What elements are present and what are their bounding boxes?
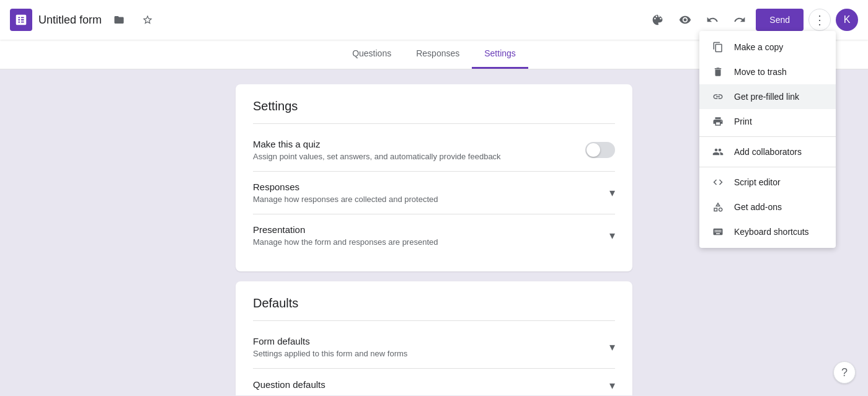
undo-button[interactable]: [701, 9, 724, 31]
quiz-row: Make this a quiz Assign point values, se…: [253, 129, 615, 172]
avatar[interactable]: K: [836, 9, 858, 31]
toggle-thumb: [587, 143, 600, 157]
trash-icon: [712, 66, 724, 78]
menu-script-editor[interactable]: Script editor: [699, 170, 836, 195]
menu-print[interactable]: Print: [699, 109, 836, 134]
menu-move-to-trash[interactable]: Move to trash: [699, 59, 836, 84]
folder-button[interactable]: [108, 9, 130, 31]
get-addons-label: Get add-ons: [734, 202, 782, 212]
responses-desc: Manage how responses are collected and p…: [253, 195, 438, 204]
presentation-row[interactable]: Presentation Manage how the form and res…: [253, 214, 615, 257]
dropdown-menu: Make a copy Move to trash Get pre-filled…: [699, 31, 836, 248]
print-label: Print: [734, 117, 752, 126]
keyboard-shortcuts-label: Keyboard shortcuts: [734, 227, 809, 237]
tab-responses[interactable]: Responses: [404, 40, 472, 69]
defaults-card: Defaults Form defaults Settings applied …: [236, 281, 632, 395]
question-defaults-expand-icon: ▾: [609, 379, 615, 392]
question-defaults-label: Question defaults: [253, 379, 326, 390]
menu-divider-1: [699, 136, 836, 137]
help-button[interactable]: ?: [833, 361, 856, 384]
quiz-label: Make this a quiz: [253, 139, 501, 149]
app-icon: [10, 9, 32, 31]
responses-expand-icon: ▾: [609, 186, 615, 200]
header-left: Untitled form: [10, 9, 647, 31]
script-editor-label: Script editor: [734, 177, 781, 187]
get-prefilled-link-label: Get pre-filled link: [734, 92, 799, 102]
add-collaborators-label: Add collaborators: [734, 147, 802, 157]
form-title: Untitled form: [38, 14, 102, 27]
presentation-text: Presentation Manage how the form and res…: [253, 224, 438, 247]
tab-settings[interactable]: Settings: [472, 40, 528, 69]
menu-divider-2: [699, 167, 836, 167]
more-options-button[interactable]: ⋮: [808, 9, 831, 31]
code-icon: [712, 176, 724, 188]
form-defaults-label: Form defaults: [253, 336, 407, 346]
header-right: Send ⋮ K: [647, 9, 858, 31]
settings-title: Settings: [253, 99, 615, 124]
question-defaults-row[interactable]: Question defaults ▾: [253, 369, 615, 395]
responses-text: Responses Manage how responses are colle…: [253, 182, 438, 204]
quiz-desc: Assign point values, set answers, and au…: [253, 152, 501, 161]
question-defaults-text: Question defaults: [253, 379, 326, 392]
print-icon: [712, 115, 724, 128]
toggle-track[interactable]: [585, 142, 615, 158]
move-to-trash-label: Move to trash: [734, 67, 787, 77]
responses-label: Responses: [253, 182, 438, 192]
form-defaults-expand-icon: ▾: [609, 340, 615, 354]
menu-get-addons[interactable]: Get add-ons: [699, 195, 836, 219]
form-defaults-text: Form defaults Settings applied to this f…: [253, 336, 407, 358]
tab-questions[interactable]: Questions: [340, 40, 404, 69]
menu-make-copy[interactable]: Make a copy: [699, 35, 836, 59]
quiz-toggle[interactable]: [585, 142, 615, 158]
keyboard-icon: [712, 226, 724, 238]
copy-icon: [712, 41, 724, 53]
settings-card: Settings Make this a quiz Assign point v…: [236, 84, 632, 271]
customize-theme-button[interactable]: [647, 9, 669, 31]
presentation-desc: Manage how the form and responses are pr…: [253, 237, 438, 247]
presentation-label: Presentation: [253, 224, 438, 235]
quiz-text: Make this a quiz Assign point values, se…: [253, 139, 501, 161]
people-icon: [712, 146, 724, 158]
addons-icon: [712, 201, 724, 213]
make-copy-label: Make a copy: [734, 42, 783, 52]
defaults-title: Defaults: [253, 296, 615, 321]
link-icon: [712, 90, 724, 103]
send-button[interactable]: Send: [756, 9, 804, 31]
form-defaults-desc: Settings applied to this form and new fo…: [253, 349, 407, 358]
redo-button[interactable]: [728, 9, 751, 31]
star-button[interactable]: [136, 9, 159, 31]
form-defaults-row[interactable]: Form defaults Settings applied to this f…: [253, 326, 615, 369]
menu-keyboard-shortcuts[interactable]: Keyboard shortcuts: [699, 219, 836, 244]
responses-row[interactable]: Responses Manage how responses are colle…: [253, 172, 615, 214]
presentation-expand-icon: ▾: [609, 229, 615, 242]
preview-button[interactable]: [674, 9, 696, 31]
menu-add-collaborators[interactable]: Add collaborators: [699, 139, 836, 164]
menu-get-prefilled-link[interactable]: Get pre-filled link: [699, 84, 836, 109]
